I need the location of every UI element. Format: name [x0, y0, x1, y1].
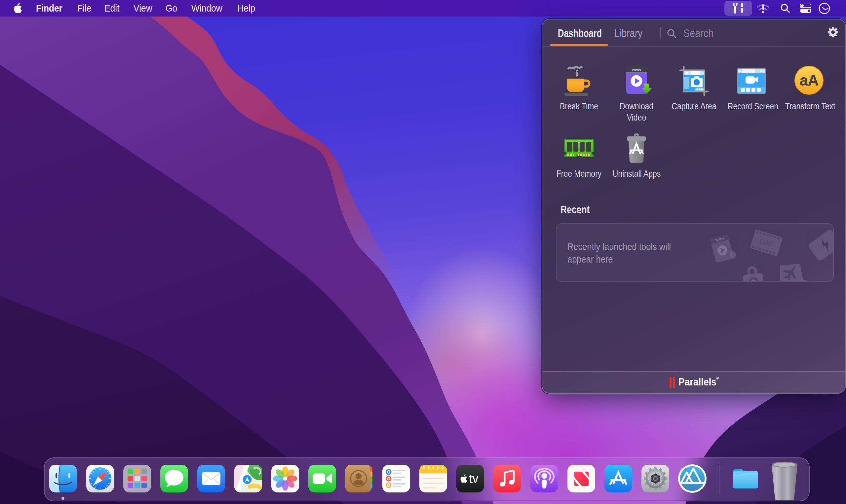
svg-text:aA: aA	[800, 72, 818, 89]
svg-text:www: www	[632, 67, 641, 72]
